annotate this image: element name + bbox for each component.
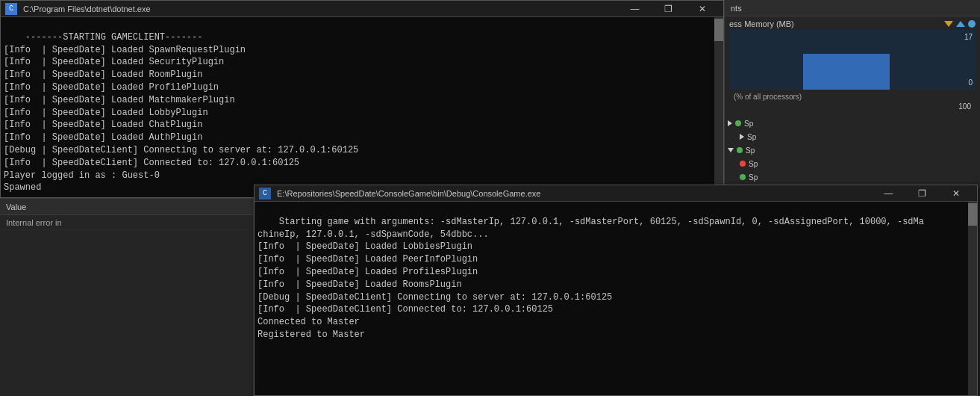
console-icon: C — [5, 3, 17, 15]
bottom-row-1-label: Internal error in — [6, 218, 62, 227]
triangle-up-icon — [956, 21, 965, 27]
game-console-controls: — ❐ ✕ — [872, 185, 973, 202]
main-close-button[interactable]: ✕ — [685, 1, 719, 17]
panel-row-2: Sp — [725, 130, 980, 143]
game-console-text: Starting game with arguments: -sdMasterI… — [258, 217, 924, 340]
main-scrollbar-thumb[interactable] — [714, 19, 723, 41]
memory-graph: 17 0 — [729, 30, 976, 90]
panel-row-3: Sp — [725, 143, 980, 157]
processor-label: (% of all processors) — [729, 91, 976, 102]
expand-arrow-icon-1 — [728, 120, 732, 126]
game-console-content: Starting game with arguments: -sdMasterI… — [255, 202, 977, 395]
game-minimize-button[interactable]: — — [872, 185, 905, 202]
status-dot-1 — [735, 120, 741, 126]
game-console-icon: C — [259, 188, 271, 199]
expand-arrow-down-icon-3 — [728, 148, 734, 152]
main-scrollbar-track[interactable] — [714, 17, 723, 197]
bottom-panel-value-label: Value — [6, 202, 26, 211]
game-scrollbar-thumb[interactable] — [968, 203, 977, 226]
expand-arrow-icon-2 — [740, 134, 744, 140]
main-console-window: C C:\Program Files\dotnet\dotnet.exe — ❐… — [0, 0, 724, 198]
memory-graph-top-value: 17 — [964, 33, 973, 41]
panel-row-4: Sp — [725, 157, 980, 170]
triangle-down-icon — [944, 21, 953, 27]
memory-section: ess Memory (MB) 17 0 (% of all processor… — [725, 16, 980, 114]
main-console-titlebar: C C:\Program Files\dotnet\dotnet.exe — ❐… — [1, 1, 723, 17]
game-restore-button[interactable]: ❐ — [905, 185, 939, 202]
panel-row-1: Sp — [725, 117, 980, 130]
memory-icons — [944, 20, 976, 28]
right-panel-header: nts — [725, 0, 980, 16]
memory-graph-bar — [803, 54, 890, 90]
memory-label-row: ess Memory (MB) — [729, 19, 976, 28]
main-minimize-button[interactable]: — — [618, 1, 652, 17]
main-console-title: C:\Program Files\dotnet\dotnet.exe — [23, 4, 612, 13]
panel-row-5: Sp — [725, 170, 980, 184]
main-console-controls: — ❐ ✕ — [618, 1, 719, 17]
panel-row-text-5: Sp — [749, 173, 758, 182]
panel-row-text-1: Sp — [744, 120, 753, 128]
circle-icon — [968, 20, 976, 28]
right-panel-header-text: nts — [731, 4, 742, 13]
main-console-content: -------STARTING GAMECLIENT------- [Info … — [1, 17, 723, 197]
status-dot-5 — [740, 174, 746, 180]
game-close-button[interactable]: ✕ — [939, 185, 973, 202]
bottom-panel: Value Internal error in — [0, 198, 254, 396]
main-restore-button[interactable]: ❐ — [652, 1, 685, 17]
main-console-text: -------STARTING GAMECLIENT------- [Info … — [4, 32, 358, 194]
memory-graph-bottom-value: 0 — [968, 78, 973, 87]
panel-row-text-2: Sp — [747, 133, 756, 141]
status-dot-3 — [737, 147, 743, 153]
game-scrollbar-track[interactable] — [968, 202, 977, 395]
memory-label-text: ess Memory (MB) — [729, 19, 794, 28]
bottom-panel-header: Value — [0, 199, 253, 215]
game-console-titlebar: C E:\Repositories\SpeedDate\ConsoleGame\… — [255, 185, 977, 202]
panel-row-text-4: Sp — [749, 160, 758, 168]
processor-value: 100 — [729, 102, 976, 111]
game-console-title: E:\Repositories\SpeedDate\ConsoleGame\bi… — [277, 189, 866, 198]
status-dot-red-4 — [740, 161, 746, 167]
game-console-window: C E:\Repositories\SpeedDate\ConsoleGame\… — [254, 185, 978, 396]
panel-row-text-3: Sp — [746, 146, 755, 155]
bottom-panel-row-1: Internal error in — [0, 215, 253, 230]
